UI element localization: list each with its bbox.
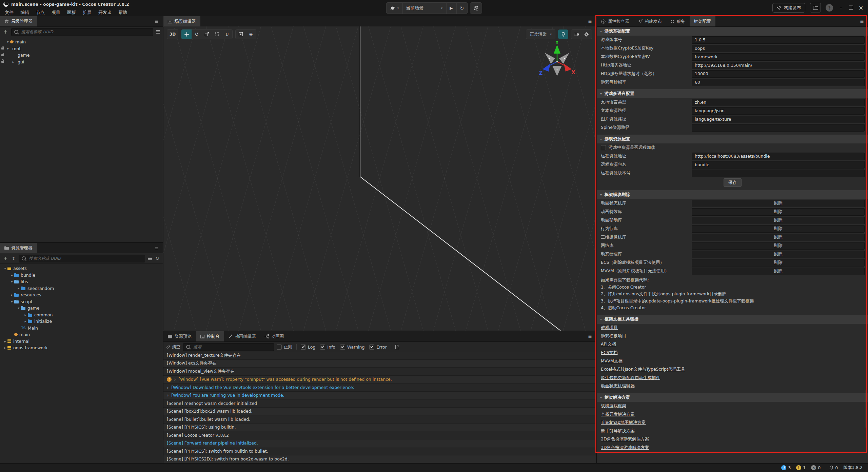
platform-select[interactable]: ▾: [387, 3, 403, 14]
doc-link[interactable]: 动画状态机编辑器: [601, 383, 635, 389]
doc-link[interactable]: MVVM文档: [601, 358, 623, 364]
move-tool-button[interactable]: [181, 29, 192, 39]
gear-icon[interactable]: [581, 29, 592, 39]
property-input[interactable]: [692, 124, 865, 132]
chevron-down-icon[interactable]: ▾: [16, 306, 21, 310]
tab-控制台[interactable]: 控制台: [196, 331, 224, 341]
tab-动画图[interactable]: 动画图: [260, 331, 289, 341]
tree-node[interactable]: ▾libs: [0, 278, 163, 285]
remove-module-button[interactable]: 剔除: [692, 208, 865, 216]
tab-构建发布[interactable]: 构建发布: [634, 16, 666, 26]
tree-node[interactable]: ▸gui: [0, 59, 163, 65]
tree-node[interactable]: ▸bundle: [0, 272, 163, 279]
hierarchy-search[interactable]: [11, 28, 153, 36]
tree-node[interactable]: game: [0, 52, 163, 59]
console-search[interactable]: [183, 343, 274, 351]
log-row[interactable]: [Scene] Cocos Creator v3.8.2: [163, 431, 596, 439]
menu-item[interactable]: 文件: [1, 9, 17, 16]
property-input[interactable]: [692, 45, 865, 52]
panel-menu-icon[interactable]: ≡: [151, 16, 163, 26]
3d-mode-button[interactable]: 3D: [167, 29, 178, 39]
tree-node[interactable]: ▸resources: [0, 292, 163, 298]
add-node-button[interactable]: +: [3, 29, 8, 35]
rotate-tool-button[interactable]: ↺: [192, 29, 202, 39]
log-row[interactable]: [Window] ecs文件夹存在: [163, 360, 596, 368]
remove-module-button[interactable]: 剔除: [692, 251, 865, 258]
section-doc-links[interactable]: ▾ 框架文档工具链接: [597, 315, 868, 324]
menu-item[interactable]: 帮助: [115, 9, 131, 16]
tab-hierarchy[interactable]: 层级管理器: [0, 16, 37, 26]
log-row[interactable]: [Window] render_texture文件夹存在: [163, 352, 596, 360]
property-input[interactable]: [692, 36, 865, 44]
help-button[interactable]: ?: [826, 4, 833, 12]
chevron-down-icon[interactable]: ▾: [9, 280, 14, 283]
property-input[interactable]: [692, 70, 865, 78]
menu-item[interactable]: 节点: [33, 9, 48, 16]
doc-link[interactable]: API文档: [601, 341, 616, 347]
expand-icon[interactable]: ›: [167, 385, 169, 390]
section-basic-config[interactable]: ▾ 游戏基础配置: [597, 27, 868, 36]
hierarchy-search-input[interactable]: [21, 29, 150, 35]
menu-item[interactable]: 面板: [64, 9, 79, 16]
tree-node[interactable]: ▾main: [0, 39, 163, 45]
open-folder-button[interactable]: [810, 3, 821, 13]
doc-link[interactable]: 新手引导解决方案: [601, 428, 635, 434]
menu-item[interactable]: 开发者: [95, 9, 115, 16]
tree-node[interactable]: main: [0, 331, 163, 338]
remove-module-button[interactable]: 剔除: [692, 217, 865, 224]
tree-node[interactable]: ▾root: [0, 45, 163, 52]
orientation-gizmo[interactable]: Y X Z: [537, 41, 577, 81]
log-file-icon[interactable]: [395, 345, 399, 349]
axis-x-label[interactable]: X: [571, 70, 575, 76]
add-asset-button[interactable]: +: [3, 255, 8, 261]
tab-属性检查器[interactable]: 属性检查器: [597, 16, 634, 26]
log-row[interactable]: !›[Window] [Vue warn]: Property "onInput…: [163, 376, 596, 384]
console-search-input[interactable]: [193, 344, 271, 350]
remove-module-button[interactable]: 剔除: [692, 234, 865, 241]
log-row[interactable]: ›[Window] Download the Vue Devtools exte…: [163, 383, 596, 392]
scale-tool-button[interactable]: [202, 29, 212, 39]
property-input[interactable]: [692, 116, 865, 123]
section-language-config[interactable]: ▾ 游戏多语言配置: [597, 89, 868, 98]
chevron-right-icon[interactable]: ▸: [23, 319, 28, 323]
tree-node[interactable]: ▸internal: [0, 338, 163, 345]
chevron-down-icon[interactable]: ▾: [5, 40, 10, 44]
doc-link[interactable]: 全栈开发解决方案: [601, 412, 635, 417]
doc-link[interactable]: Excel格式转Json文件与TypeScript代码工具: [601, 367, 685, 372]
tab-动画编辑器[interactable]: 动画编辑器: [224, 331, 261, 341]
filter-icon[interactable]: [148, 258, 152, 259]
chevron-down-icon[interactable]: ▾: [3, 267, 7, 270]
log-row[interactable]: [Scene] Forward render pipeline initiali…: [163, 439, 596, 448]
tree-node[interactable]: ▾game: [0, 305, 163, 312]
tree-node[interactable]: ▸common: [0, 312, 163, 318]
chevron-down-icon[interactable]: ▾: [5, 47, 10, 51]
tab-框架配置[interactable]: 框架配置: [690, 16, 715, 26]
section-solutions[interactable]: ▾ 框架解决方案: [597, 393, 868, 402]
doc-link[interactable]: 2D角色扮演游戏解决方案: [601, 436, 649, 442]
property-input[interactable]: [692, 62, 865, 69]
filter-warning-checkbox[interactable]: Warning: [340, 345, 364, 350]
chevron-right-icon[interactable]: ▸: [9, 273, 14, 277]
doc-link[interactable]: 游戏模板项目: [601, 333, 626, 339]
log-row[interactable]: [Scene] [PHYSICS]: using builtin.: [163, 424, 596, 432]
property-input[interactable]: [692, 161, 865, 169]
assets-search[interactable]: [19, 255, 145, 262]
filter-error-checkbox[interactable]: Error: [369, 345, 387, 350]
menu-item[interactable]: 扩展: [79, 9, 95, 16]
doc-link[interactable]: 原生包热更新配置自动生成插件: [601, 375, 660, 381]
close-button[interactable]: ×: [858, 4, 864, 11]
warning-count[interactable]: ! 1: [796, 465, 806, 470]
tree-node[interactable]: ▾assets: [0, 265, 163, 272]
minimize-button[interactable]: –: [838, 5, 844, 11]
chevron-down-icon[interactable]: ▾: [9, 300, 14, 303]
notification-count[interactable]: 0: [829, 465, 838, 470]
panel-menu-icon[interactable]: ≡: [856, 16, 868, 26]
panel-menu-icon[interactable]: ≡: [584, 331, 596, 341]
regex-checkbox[interactable]: 正则: [277, 344, 292, 350]
panel-menu-icon[interactable]: ≡: [584, 16, 596, 26]
doc-link[interactable]: ECS文档: [601, 350, 618, 356]
reload-button[interactable]: ↻: [457, 3, 468, 14]
tree-node[interactable]: ▾script: [0, 298, 163, 305]
error-count[interactable]: × 0: [811, 465, 821, 470]
filter-icon[interactable]: [156, 32, 160, 32]
